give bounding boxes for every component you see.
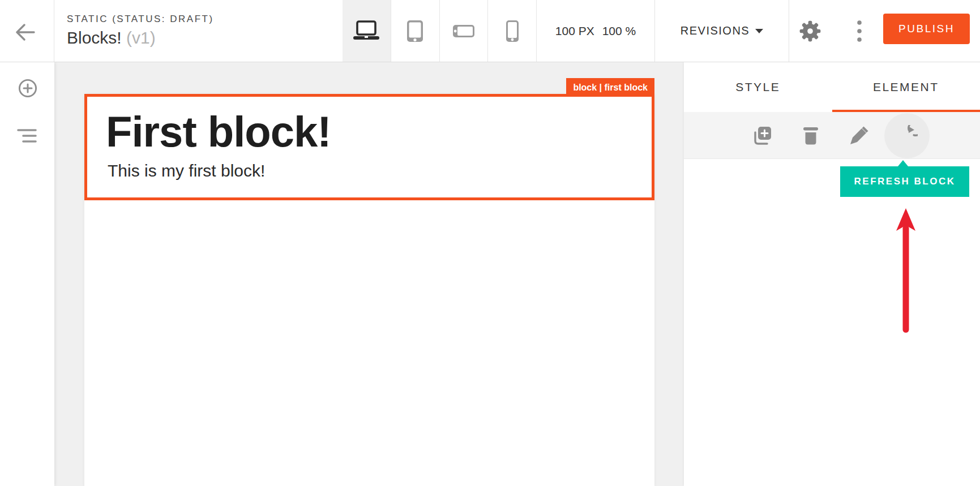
topbar: STATIC (STATUS: DRAFT) Blocks! (v1) bbox=[0, 0, 980, 62]
block-list-button[interactable] bbox=[17, 128, 37, 143]
page-version: (v1) bbox=[126, 28, 156, 47]
duplicate-icon bbox=[752, 125, 773, 147]
add-circle-icon bbox=[16, 77, 39, 100]
tab-style[interactable]: STYLE bbox=[684, 62, 832, 112]
device-phone-button[interactable] bbox=[488, 0, 537, 62]
edit-icon bbox=[848, 125, 870, 147]
settings-button[interactable] bbox=[798, 19, 822, 43]
refresh-block-tooltip: REFRESH BLOCK bbox=[840, 166, 969, 197]
status-label: STATIC (STATUS: DRAFT) bbox=[67, 14, 214, 25]
editor-canvas: block | first block First block! This is… bbox=[54, 62, 684, 486]
block-heading: First block! bbox=[106, 108, 652, 156]
revisions-label: REVISIONS bbox=[681, 24, 750, 37]
page-title: Blocks! (v1) bbox=[67, 28, 214, 48]
device-phone-landscape-button[interactable] bbox=[440, 0, 489, 62]
inspector-tabs: STYLE ELEMENT bbox=[684, 62, 980, 112]
tablet-portrait-icon bbox=[405, 19, 425, 44]
page-preview: block | first block First block! This is… bbox=[84, 94, 654, 486]
block-tag-label: block | first block bbox=[566, 78, 654, 97]
refresh-icon bbox=[896, 125, 918, 147]
page-title-text: Blocks! bbox=[67, 28, 122, 47]
publish-button[interactable]: PUBLISH bbox=[883, 14, 970, 44]
chevron-down-icon bbox=[755, 29, 763, 33]
trash-icon bbox=[800, 125, 821, 147]
refresh-block-button[interactable] bbox=[896, 125, 918, 147]
device-laptop-button[interactable] bbox=[343, 0, 391, 62]
phone-portrait-icon bbox=[504, 19, 520, 43]
viewport-size-display: 100 PX 100 % bbox=[537, 0, 655, 62]
device-preview-switcher bbox=[343, 0, 537, 62]
app-screen: STATIC (STATUS: DRAFT) Blocks! (v1) bbox=[0, 0, 980, 486]
more-options-button[interactable] bbox=[854, 20, 865, 42]
zoom-percent-value: 100 % bbox=[602, 24, 636, 38]
document-title-group: STATIC (STATUS: DRAFT) Blocks! (v1) bbox=[67, 14, 214, 48]
edit-block-button[interactable] bbox=[848, 125, 870, 147]
element-toolbar bbox=[684, 112, 980, 159]
annotation-arrow-up-icon bbox=[893, 207, 918, 336]
viewport-width-value: 100 PX bbox=[555, 24, 594, 38]
block-list-icon bbox=[17, 128, 37, 143]
phone-landscape-icon bbox=[451, 23, 476, 39]
block-subtext: This is my first block! bbox=[108, 161, 652, 180]
inspector-panel: STYLE ELEMENT bbox=[684, 62, 980, 486]
delete-block-button[interactable] bbox=[800, 125, 821, 147]
add-block-button[interactable] bbox=[16, 77, 39, 100]
tab-element[interactable]: ELEMENT bbox=[832, 62, 980, 112]
back-button[interactable] bbox=[0, 0, 54, 62]
laptop-icon bbox=[350, 19, 382, 44]
sidebar bbox=[0, 62, 54, 486]
revisions-dropdown[interactable]: REVISIONS bbox=[655, 0, 789, 62]
kebab-menu-icon bbox=[857, 20, 862, 42]
gear-icon bbox=[798, 19, 822, 43]
arrow-left-icon bbox=[16, 23, 35, 41]
duplicate-block-button[interactable] bbox=[752, 125, 773, 147]
selected-block[interactable]: block | first block First block! This is… bbox=[84, 94, 654, 200]
device-tablet-button[interactable] bbox=[391, 0, 440, 62]
